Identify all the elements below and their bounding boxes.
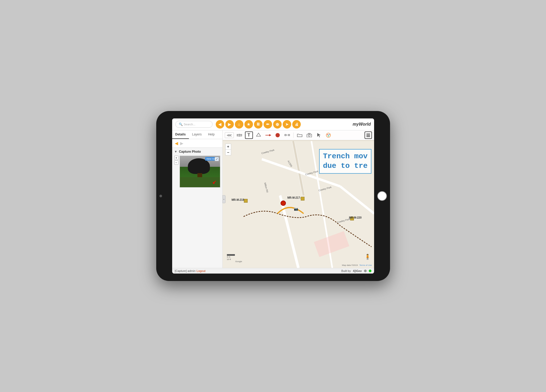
map-area[interactable]: ⋘ T [223,130,374,268]
status-dot-green [369,270,371,272]
print-button[interactable]: 🖨 [292,120,301,129]
road-label-cowleypark2: Cowley Park [305,170,318,176]
map-background: Cowley Park A1309 Cowley Park Cowley Par… [223,141,374,268]
myworld-logo: myWorld [353,122,371,127]
edit-button[interactable]: ✏ [264,120,272,129]
svg-line-21 [293,141,303,195]
road-label-cowleypark1: Cowley Park [261,149,274,155]
svg-point-16 [328,135,329,137]
svg-point-7 [276,133,280,137]
road-label-cowleypark3: Cowley Park [318,186,332,192]
home-nav-button[interactable]: ⌂ [235,120,243,129]
bookmark-button[interactable]: ★ [244,120,253,129]
layers-button[interactable] [365,131,372,139]
capture-photo: ↙ New route ⤢ [180,156,220,188]
svg-rect-8 [285,134,286,136]
home-button[interactable] [377,191,387,201]
svg-line-23 [340,186,374,214]
measure-tool[interactable] [235,131,243,139]
search-placeholder: Search... [184,123,196,126]
svg-rect-9 [288,134,290,136]
forward-button[interactable]: ▶ [225,120,234,129]
svg-point-13 [326,133,331,137]
svg-point-12 [308,135,310,137]
nav-buttons: ◀ ▶ ⌂ ★ ⛓ ✏ ⊕ ➤ 🖨 [216,120,301,129]
terms-label[interactable]: Terms of Use [359,264,372,266]
label-mr-m-220: MR-M-220 [349,216,362,219]
annotation-line2: due to tre [323,161,367,171]
status-dot-grey [364,270,367,272]
map-zoom-controls: + − [225,144,231,155]
road-label-miltonrd: Milton Rd [264,182,269,193]
closed-area [314,231,349,257]
location-button[interactable]: ➤ [283,120,291,129]
label-mr-m-218: MR-M-218 [232,198,244,201]
svg-rect-18 [366,135,370,136]
text-tool[interactable]: T [245,131,253,139]
tool-separator-1 [293,133,294,138]
back-button[interactable]: ◀ [216,120,224,129]
marker-mr-m-220[interactable]: MR-M-220 [350,217,354,220]
svg-line-20 [293,141,303,195]
svg-rect-17 [366,134,370,134]
tab-details[interactable]: Details [172,130,189,139]
power-button[interactable] [159,195,162,197]
tab-help[interactable]: Help [205,130,218,139]
pegman-icon[interactable]: 🧍 [364,254,371,260]
status-right: Built by IQGeo [341,269,371,272]
iqgeo-label: IQGeo [353,269,362,272]
zoom-in-btn[interactable]: + [174,156,179,160]
scale-label-ft: 10 ft [227,258,235,261]
sidebar-collapse-btn[interactable]: ‹ [222,195,226,203]
marker-mr-m-217[interactable]: MR-M-217- [301,197,304,201]
google-label: Google [235,260,242,263]
tab-layers[interactable]: Layers [189,130,205,139]
toolbar-collapse-btn[interactable]: ⋘ [225,132,234,138]
sidebar: Details Layers Help ◀ ▶ ▼ Capture Photo [172,130,223,268]
map-content[interactable]: Cowley Park A1309 Cowley Park Cowley Par… [223,141,374,268]
zoom-out-map[interactable]: − [225,150,231,155]
polygon-tool[interactable] [255,131,263,139]
tablet-screen: 🔍 Search... ◀ ▶ ⌂ ★ ⛓ ✏ ⊕ ➤ 🖨 myWorld De [172,118,374,274]
annotation-box[interactable]: Trench mov due to tre [319,149,371,174]
map-camera-icon[interactable]: 📷 [294,207,298,211]
scale-bar: 3 m 10 ft [227,254,235,261]
sidebar-tabs: Details Layers Help [172,130,222,139]
status-bar: [Capture] admin Logout Built by IQGeo [172,268,374,274]
top-navigation: 🔍 Search... ◀ ▶ ⌂ ★ ⛓ ✏ ⊕ ➤ 🖨 myWorld [172,118,374,130]
folder-tool[interactable] [296,131,304,139]
zoom-out-btn[interactable]: − [174,160,179,165]
link-button[interactable]: ⛓ [254,120,263,129]
capture-status: [Capture] admin [175,269,196,272]
main-content: Details Layers Help ◀ ▶ ▼ Capture Photo [172,130,374,268]
sidebar-nav: ◀ ▶ [172,139,222,148]
capture-label: Capture Photo [179,150,201,154]
scale-label-m: 3 m [227,256,235,258]
capture-image-container: + − ↙ [174,156,220,188]
search-box[interactable]: 🔍 Search... [175,121,213,128]
plus-button[interactable]: ⊕ [273,120,282,129]
marker-mr-m-218[interactable]: MR-M-218 [244,199,248,203]
map-attribution: Map data ©2019 Terms of Use [342,264,372,266]
sidebar-back-btn[interactable]: ◀ [175,141,178,146]
expand-button[interactable]: ⤢ [215,157,219,161]
capture-header: ▼ Capture Photo [174,150,220,154]
red-dot-marker[interactable] [281,201,286,206]
built-by-label: Built by [341,269,351,272]
sidebar-forward-btn[interactable]: ▶ [180,141,183,146]
logout-link[interactable]: Logout [197,269,206,272]
svg-line-25 [280,195,298,268]
node-tool[interactable] [283,131,291,139]
road-label-cowleypark4: Cowley Park [337,218,350,224]
svg-rect-19 [366,136,370,137]
palette-tool[interactable] [324,131,332,139]
circle-tool[interactable] [274,131,282,139]
camera-tool[interactable] [305,131,313,139]
zoom-in-map[interactable]: + [225,144,231,150]
select-tool[interactable] [315,131,323,139]
arrow-tool[interactable] [264,131,272,139]
svg-point-14 [327,134,328,135]
label-mr-m-217: MR-M-217- [287,196,301,199]
capture-section: ▼ Capture Photo + − [172,148,222,190]
map-toolbar: ⋘ T [223,130,374,140]
